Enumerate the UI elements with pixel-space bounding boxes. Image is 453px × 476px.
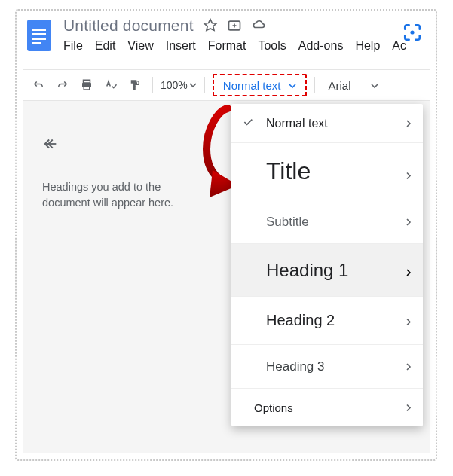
style-option-heading-2[interactable]: Heading 2 [231,297,423,345]
move-icon[interactable] [227,18,242,33]
chevron-right-icon [405,359,412,374]
document-title[interactable]: Untitled document [63,17,194,35]
svg-rect-3 [32,38,46,40]
style-option-label: Title [266,157,311,185]
undo-button[interactable] [29,75,48,95]
style-option-title[interactable]: Title [231,143,423,200]
svg-rect-1 [32,29,46,31]
font-select[interactable]: Arial [323,79,384,92]
paint-format-button[interactable] [125,75,145,95]
style-option-options[interactable]: Options [231,389,423,426]
style-option-label: Normal text [266,117,328,130]
paragraph-styles-button[interactable]: Normal text [213,74,307,96]
cloud-status-icon[interactable] [251,18,266,33]
svg-rect-2 [32,33,46,35]
menu-view[interactable]: View [127,39,153,53]
menu-bar: File Edit View Insert Format Tools Add-o… [63,39,428,53]
style-option-heading-1[interactable]: Heading 1 [231,244,423,297]
menu-edit[interactable]: Edit [95,39,116,53]
menu-file[interactable]: File [63,39,83,53]
menu-help[interactable]: Help [355,39,380,53]
paragraph-styles-menu: Normal textTitleSubtitleHeading 1Heading… [231,104,423,426]
style-option-heading-3[interactable]: Heading 3 [231,345,423,389]
docs-logo-icon[interactable] [24,17,54,54]
chevron-right-icon [405,215,412,230]
menu-insert[interactable]: Insert [166,39,196,53]
chevron-right-icon [405,260,412,281]
font-label: Arial [329,79,351,92]
caret-down-icon [289,79,296,92]
chevron-right-icon [405,157,412,185]
svg-rect-9 [133,87,136,90]
svg-point-6 [410,30,414,34]
svg-rect-4 [32,42,41,44]
spellcheck-button[interactable] [101,75,121,95]
style-option-label: Heading 2 [266,312,335,329]
menu-addons[interactable]: Add-ons [298,39,344,53]
style-option-subtitle[interactable]: Subtitle [231,200,423,244]
app-window: Untitled document File Edit View Insert … [15,9,437,461]
present-icon[interactable] [402,23,422,42]
outline-placeholder: Headings you add to the document will ap… [42,179,204,211]
caret-down-icon [189,79,197,91]
chevron-right-icon [405,117,412,130]
zoom-select[interactable]: 100% [161,79,197,91]
style-option-normal-text[interactable]: Normal text [231,104,423,143]
toolbar: 100% Normal text Arial [23,69,430,101]
style-option-label: Options [254,401,293,414]
style-option-label: Heading 1 [266,260,348,281]
styles-label: Normal text [223,79,281,92]
menu-format[interactable]: Format [208,39,246,53]
chevron-right-icon [405,312,412,329]
caret-down-icon [371,79,378,92]
collapse-outline-button[interactable] [42,136,59,155]
zoom-value: 100% [161,79,188,91]
header: Untitled document File Edit View Insert … [17,11,436,54]
star-icon[interactable] [203,18,218,33]
svg-rect-8 [84,87,90,90]
menu-tools[interactable]: Tools [258,39,286,53]
chevron-right-icon [405,401,412,414]
style-option-label: Heading 3 [266,359,325,374]
redo-button[interactable] [53,75,72,95]
check-icon [242,116,254,131]
style-option-label: Subtitle [266,215,309,230]
print-button[interactable] [77,75,96,95]
